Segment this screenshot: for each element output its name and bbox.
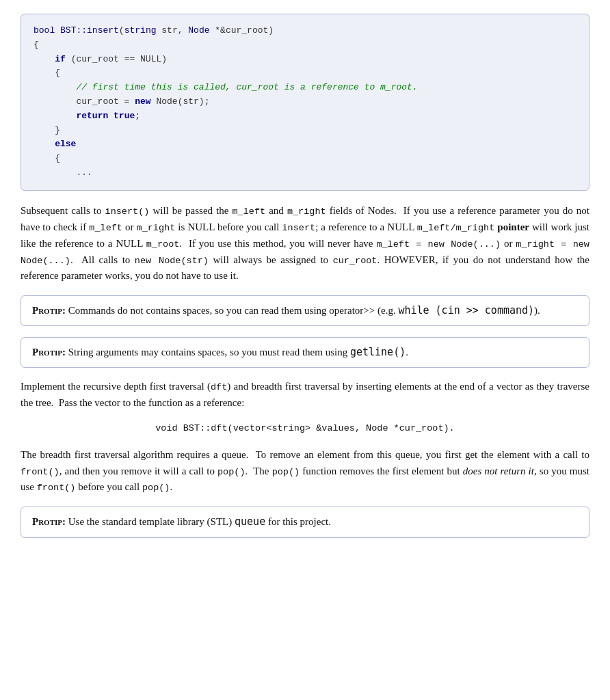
code-line: { bbox=[34, 152, 576, 166]
protip-text-2: String arguments may contains spaces, so… bbox=[68, 347, 408, 358]
center-code: void BST::dft(vector<string> &values, No… bbox=[21, 422, 589, 436]
protip-box-2: Protip: String arguments may contains sp… bbox=[21, 337, 589, 368]
code-line: return true; bbox=[34, 109, 576, 124]
protip-text-3: Use the standard template library (STL) … bbox=[68, 516, 331, 527]
code-line: if (cur_root == NULL) bbox=[34, 53, 576, 67]
code-line: { bbox=[34, 66, 576, 81]
code-line: else bbox=[34, 137, 576, 152]
code-line: // first time this is called, cur_root i… bbox=[34, 81, 576, 95]
protip-text-1: Commands do not contains spaces, so you … bbox=[68, 305, 540, 316]
prose-3: The breadth first traversal algorithm re… bbox=[21, 447, 589, 496]
code-line: bool BST::insert(string str, Node *&cur_… bbox=[34, 24, 576, 38]
prose-2: Implement the recursive depth first trav… bbox=[21, 379, 589, 411]
center-code-text: void BST::dft(vector<string> &values, No… bbox=[155, 423, 454, 433]
code-line: { bbox=[34, 38, 576, 53]
prose-1: Subsequent calls to insert() will be pas… bbox=[21, 203, 589, 284]
code-line: } bbox=[34, 124, 576, 138]
protip-label-1: Protip: bbox=[32, 305, 66, 316]
code-block-1: bool BST::insert(string str, Node *&cur_… bbox=[21, 14, 589, 191]
code-line: ... bbox=[34, 166, 576, 180]
protip-label-3: Protip: bbox=[32, 516, 66, 527]
code-line: cur_root = new Node(str); bbox=[34, 95, 576, 109]
protip-box-3: Protip: Use the standard template librar… bbox=[21, 507, 589, 537]
protip-label-2: Protip: bbox=[32, 347, 66, 358]
protip-box-1: Protip: Commands do not contains spaces,… bbox=[21, 295, 589, 326]
